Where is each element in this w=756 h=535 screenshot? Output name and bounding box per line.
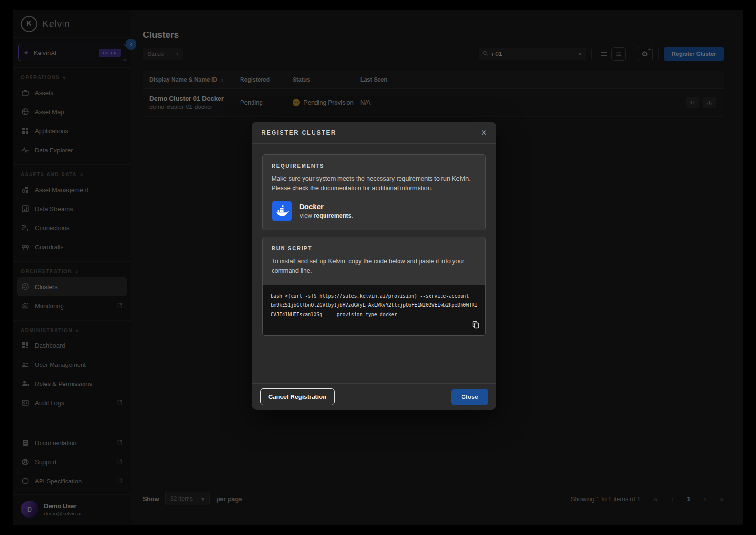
register-cluster-modal: REGISTER CLUSTER ✕ REQUIREMENTS Make sur… bbox=[252, 122, 496, 410]
run-script-heading: RUN SCRIPT bbox=[272, 246, 477, 251]
docker-icon bbox=[272, 201, 292, 221]
link-suffix: . bbox=[352, 213, 353, 219]
requirements-card: REQUIREMENTS Make sure your system meets… bbox=[262, 154, 486, 230]
modal-title: REGISTER CLUSTER bbox=[262, 129, 336, 136]
link-prefix: View bbox=[299, 213, 314, 219]
link-bold: requirements bbox=[314, 213, 351, 219]
script-code-block: bash <(curl -sfS https://sales.kelvin.ai… bbox=[263, 285, 485, 336]
view-requirements-link[interactable]: View requirements. bbox=[299, 213, 353, 219]
modal-header: REGISTER CLUSTER ✕ bbox=[252, 122, 496, 144]
docker-name: Docker bbox=[299, 203, 353, 211]
run-script-card: RUN SCRIPT To install and set up Kelvin,… bbox=[262, 237, 486, 336]
docker-info: Docker View requirements. bbox=[299, 203, 353, 219]
requirements-text: Make sure your system meets the necessar… bbox=[272, 174, 477, 193]
docker-row: Docker View requirements. bbox=[272, 201, 477, 221]
modal-footer: Cancel Registration Close bbox=[252, 383, 496, 410]
close-icon[interactable]: ✕ bbox=[481, 128, 487, 137]
requirements-heading: REQUIREMENTS bbox=[272, 163, 477, 169]
close-button[interactable]: Close bbox=[452, 389, 488, 405]
modal-body: REQUIREMENTS Make sure your system meets… bbox=[252, 144, 496, 383]
cancel-registration-button[interactable]: Cancel Registration bbox=[260, 388, 335, 405]
provision-command: bash <(curl -sfS https://sales.kelvin.ai… bbox=[271, 291, 478, 320]
copy-icon[interactable] bbox=[472, 321, 480, 331]
run-script-text: To install and set up Kelvin, copy the c… bbox=[272, 257, 477, 276]
